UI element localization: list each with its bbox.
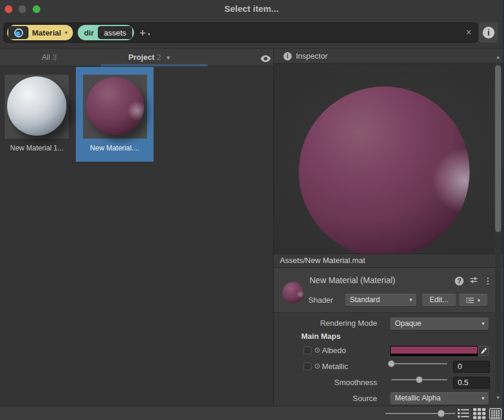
- chevron-down-icon: ▾: [477, 297, 480, 303]
- rendering-mode-value: Opaque: [395, 319, 421, 328]
- metallic-slider-thumb[interactable]: [388, 360, 395, 367]
- material-sphere-icon: [14, 28, 23, 37]
- tab-all-count: 3: [53, 53, 57, 62]
- albedo-scope-icon: ⊙: [314, 346, 320, 354]
- smoothness-label: Smoothness: [274, 378, 377, 387]
- dense-grid-view-icon[interactable]: [489, 408, 502, 420]
- albedo-swatch[interactable]: [390, 346, 478, 356]
- smoothness-value-field[interactable]: 0.5: [453, 377, 490, 389]
- albedo-label: Albedo: [322, 346, 346, 355]
- material-title: New Material (Material): [310, 275, 395, 285]
- info-icon: i: [483, 27, 495, 39]
- scrollbar-thumb[interactable]: [495, 65, 501, 232]
- source-label: Source: [274, 394, 377, 403]
- metallic-scope-icon: ⊙: [314, 362, 320, 370]
- chevron-down-icon: ▾: [481, 318, 484, 330]
- rendering-mode-dropdown[interactable]: Opaque ▾: [390, 318, 489, 330]
- grid-item-thumbnail-selected[interactable]: [83, 75, 147, 139]
- shader-dropdown[interactable]: Standard ▾: [345, 294, 416, 306]
- presets-icon[interactable]: [470, 275, 478, 286]
- info-button[interactable]: i: [479, 23, 498, 43]
- grid-item-thumbnail[interactable]: [5, 75, 69, 139]
- rendering-mode-label: Rendering Mode: [274, 319, 377, 328]
- grid-item-label[interactable]: New Material 1...: [0, 144, 74, 152]
- material-header: New Material (Material) ? ⋮ Shader Stand…: [274, 268, 504, 313]
- tab-all[interactable]: All3: [23, 49, 76, 66]
- albedo-checkbox[interactable]: [304, 347, 311, 354]
- metallic-label: Metallic: [322, 362, 348, 371]
- chevron-down-icon: ▾: [65, 30, 68, 36]
- smoothness-slider[interactable]: [391, 376, 447, 384]
- thumbnail-zoom-slider[interactable]: [385, 409, 455, 418]
- scroll-down-icon[interactable]: ▼: [494, 395, 502, 400]
- material-properties: Rendering Mode Opaque ▾ Main Maps ⊙ Albe…: [274, 313, 504, 406]
- preview-sphere: [299, 86, 470, 257]
- title-bar: Select item...: [0, 0, 503, 18]
- filter-dir-valuebox: assets: [98, 26, 132, 39]
- eyedropper-button[interactable]: [478, 346, 489, 356]
- inspector-info-icon: i: [283, 52, 292, 60]
- inspector-header: i Inspector: [274, 49, 504, 64]
- select-item-window: Select item... Material ▾ dir assets + ▾: [0, 0, 504, 420]
- metallic-slider-track: [391, 363, 447, 364]
- source-dropdown[interactable]: Metallic Alpha ▾: [390, 392, 489, 405]
- grid-view-icon[interactable]: [473, 408, 486, 420]
- chevron-down-icon: ▾: [481, 392, 484, 405]
- filter-type-pill[interactable]: Material ▾: [7, 25, 73, 40]
- maroon-material-sphere: [86, 77, 144, 135]
- tab-project-caret-icon: ▼: [165, 54, 171, 61]
- material-preview[interactable]: [274, 64, 504, 254]
- shader-value: Standard: [350, 296, 380, 304]
- inspector-title: Inspector: [296, 52, 327, 60]
- zoom-slider-thumb[interactable]: [438, 410, 445, 418]
- kebab-menu-icon[interactable]: ⋮: [484, 277, 492, 286]
- metallic-slider[interactable]: [391, 360, 447, 368]
- material-type-iconbox: [8, 26, 28, 39]
- asset-grid: New Material 1... New Material....: [0, 66, 273, 406]
- filter-dir-value: assets: [104, 28, 126, 37]
- material-icon: [282, 282, 304, 303]
- grid-item-label-selected[interactable]: New Material....: [76, 144, 154, 152]
- shader-label: Shader: [308, 296, 333, 304]
- filter-type-label: Material: [32, 28, 61, 37]
- scroll-up-icon[interactable]: ▲: [494, 54, 502, 60]
- bottom-bar: [0, 406, 503, 420]
- plus-icon: +: [139, 27, 146, 39]
- results-tab-bar: All3 Project2▼: [0, 49, 273, 66]
- eyedropper-icon: [480, 348, 487, 354]
- smoothness-slider-thumb[interactable]: [416, 376, 423, 383]
- shader-list-button[interactable]: ▾: [459, 294, 487, 306]
- edit-shader-button[interactable]: Edit...: [422, 294, 456, 306]
- tab-all-label: All: [42, 53, 50, 62]
- help-icon[interactable]: ?: [455, 277, 464, 286]
- list-view-icon[interactable]: [458, 408, 470, 420]
- clear-search-button[interactable]: ×: [466, 28, 471, 37]
- chevron-down-icon: ▾: [409, 294, 412, 306]
- main-maps-label: Main Maps: [301, 332, 340, 341]
- source-value: Metallic Alpha: [395, 394, 441, 402]
- tab-project-label: Project: [128, 53, 154, 62]
- add-filter-button[interactable]: + ▾: [139, 27, 146, 39]
- white-material-sphere: [7, 76, 66, 136]
- search-input[interactable]: Material ▾ dir assets + ▾ ×: [4, 23, 478, 43]
- search-row: Material ▾ dir assets + ▾ × i: [0, 18, 503, 49]
- inspector-panel: i Inspector Assets/New Material.mat New …: [274, 49, 504, 406]
- filter-dir-pill[interactable]: dir assets: [78, 25, 134, 40]
- metallic-checkbox[interactable]: [304, 363, 311, 370]
- window-title: Select item...: [0, 0, 503, 18]
- list-icon: [466, 297, 474, 303]
- inspector-scrollbar[interactable]: ▲ ▼: [494, 51, 502, 402]
- plus-caret-icon: ▾: [148, 28, 150, 40]
- filter-dir-prefix: dir: [84, 28, 94, 37]
- metallic-value-field[interactable]: 0: [453, 361, 490, 373]
- tab-project-count: 2: [157, 53, 161, 62]
- eye-icon[interactable]: [260, 54, 271, 61]
- asset-path: Assets/New Material.mat: [274, 254, 504, 268]
